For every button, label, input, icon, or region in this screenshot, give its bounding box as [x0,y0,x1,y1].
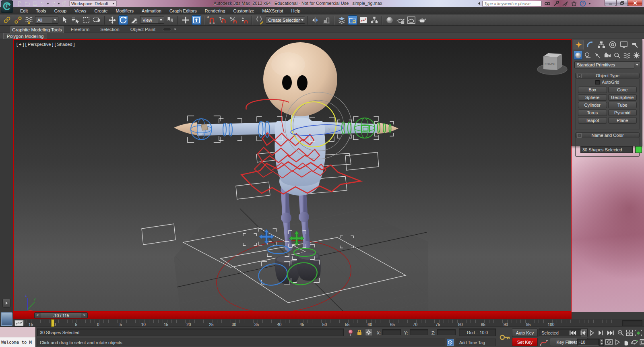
primitive-button[interactable]: Pyramid [608,109,637,116]
tab-hierarchy[interactable] [596,40,606,50]
close-button[interactable] [628,0,642,6]
ribbon-tab-graphite[interactable]: Graphite Modeling Tools [10,26,64,33]
spinner-snap-toggle-icon[interactable] [239,15,249,25]
absolute-mode-transform-icon[interactable] [365,328,373,336]
maximize-viewport-toggle-icon[interactable] [639,338,644,346]
menu-item[interactable]: Help [287,7,305,14]
help-icon[interactable]: ? [580,0,586,7]
tab-modify[interactable] [585,40,595,50]
time-slider-track[interactable]: < -10 / 115 > [13,312,572,319]
material-editor-icon[interactable] [385,15,394,25]
primitive-button[interactable]: Torus [578,109,607,116]
primitive-category-dropdown[interactable]: Standard Primitives [574,61,640,68]
play-animation-icon[interactable] [588,329,596,337]
selection-filter-dropdown[interactable]: All [35,16,58,24]
select-and-manipulate-icon[interactable] [181,15,190,25]
zoom-extents-selected-icon[interactable] [634,329,642,337]
default-in-out-tangent-icon[interactable] [539,339,549,347]
menu-item[interactable]: Rendering [201,7,229,14]
render-setup-icon[interactable] [396,15,405,25]
redo-icon[interactable] [50,0,57,7]
workspace-dropdown[interactable]: Workspace: Default [69,0,117,6]
keyboard-shortcut-override-icon[interactable] [192,15,201,25]
redo-dropdown-icon[interactable] [58,3,60,4]
layer-manager-icon[interactable] [337,15,347,25]
select-object-icon[interactable] [60,15,69,25]
menu-item[interactable]: Create [90,7,111,14]
next-frame-icon[interactable] [597,329,605,337]
time-configuration-icon[interactable] [605,338,613,346]
select-and-scale-icon[interactable] [129,15,139,25]
maxscript-mini-listener-macro[interactable] [0,327,36,337]
menu-item[interactable]: MAXScript [258,7,287,14]
mirror-icon[interactable] [311,15,320,25]
infocenter-search-input[interactable] [482,1,542,6]
go-to-start-icon[interactable] [568,329,576,337]
auto-key-button[interactable]: Auto Key [512,328,538,337]
pan-view-icon[interactable] [622,338,630,346]
time-slider-handle[interactable]: < -10 / 115 > [34,312,88,318]
menu-item[interactable]: Modifiers [111,7,138,14]
primitive-button[interactable]: Cylinder [578,102,607,108]
previous-frame-icon[interactable] [578,329,586,337]
subcategory-systems[interactable] [632,51,641,60]
tab-utilities[interactable] [630,40,640,50]
x-coord-field[interactable] [382,329,401,335]
subcategory-space-warps[interactable] [622,51,631,60]
help-dropdown-icon[interactable] [588,3,591,4]
set-key-button[interactable]: Set Key [512,338,538,346]
named-selection-set-dropdown[interactable]: Create Selection Se [266,16,305,24]
track-bar[interactable]: -15-10-505101520253035404550556065707580… [0,319,644,327]
menu-item[interactable]: Animation [138,7,165,14]
ribbon-tab-selection[interactable]: Selection [97,26,123,33]
tab-create[interactable] [574,40,584,50]
z-coord-field[interactable] [437,329,456,335]
menu-item[interactable]: Customize [229,7,258,14]
select-and-move-icon[interactable] [107,15,117,25]
primitive-button[interactable]: GeoSphere [608,94,637,101]
save-file-icon[interactable] [31,0,38,7]
menu-item[interactable]: Graph Editors [165,7,201,14]
play-selected-icon[interactable] [613,338,621,346]
primitive-button[interactable]: Cone [608,87,637,93]
subcategory-shapes[interactable] [583,51,592,60]
viewport-layout-tab[interactable] [1,312,12,326]
subcategory-geometry[interactable] [574,51,582,60]
name-color-rollout-header[interactable]: - Name and Color [575,132,640,138]
select-and-link-icon[interactable] [2,15,12,25]
bind-to-space-warp-icon[interactable] [24,15,34,25]
reference-coordinate-system-dropdown[interactable]: View [140,16,164,24]
primitive-button[interactable]: Plane [608,117,637,124]
open-file-icon[interactable] [24,0,31,7]
curve-editor-icon[interactable] [359,15,368,25]
next-frame-button[interactable]: > [81,313,87,318]
tab-display[interactable] [619,40,629,50]
project-folder-icon[interactable] [61,0,68,7]
named-selection-sets-icon[interactable] [255,15,264,25]
window-crossing-toggle-icon[interactable] [92,15,102,25]
zoom-viewport-icon[interactable] [617,329,625,337]
object-name-field[interactable] [580,146,633,153]
polygon-modeling-panel-button[interactable]: Polygon Modeling [3,33,47,39]
subcategory-lights[interactable] [593,51,602,60]
schematic-view-icon[interactable] [369,15,379,25]
undo-dropdown-icon[interactable] [47,3,49,4]
autogrid-checkbox[interactable] [595,80,600,85]
maxscript-mini-listener[interactable]: Welcome to M [0,337,36,347]
rectangular-selection-region-icon[interactable] [81,15,91,25]
percent-snap-toggle-icon[interactable] [229,15,238,25]
viewport-canvas[interactable]: x x [14,40,571,311]
collapse-icon[interactable]: - [577,133,582,138]
unlink-selection-icon[interactable] [13,15,23,25]
viewport-label[interactable]: [ + ] [ Perspective ] [ Shaded ] [17,42,75,47]
subcategory-cameras[interactable] [603,51,612,60]
y-coord-field[interactable] [410,329,428,335]
expand-panel-button[interactable] [2,299,10,308]
undo-icon[interactable] [39,0,46,7]
add-time-tag[interactable]: Add Time Tag [456,339,496,346]
menu-item[interactable]: Group [50,7,71,14]
ribbon-minimize-arrow-icon[interactable] [174,29,176,30]
align-icon[interactable] [322,15,331,25]
set-keys-button[interactable] [498,330,511,345]
new-scene-icon[interactable] [16,0,23,7]
